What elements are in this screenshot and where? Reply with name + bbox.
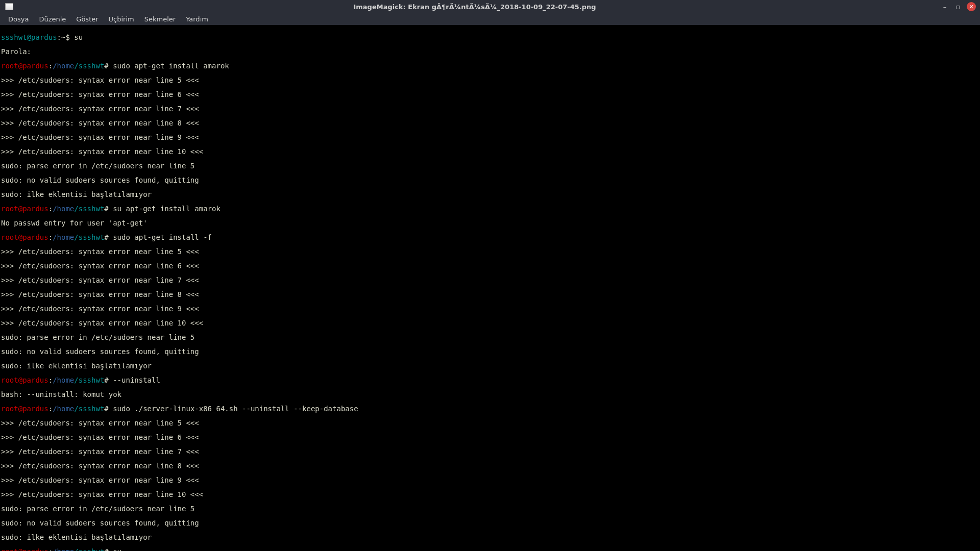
menu-edit[interactable]: Düzenle bbox=[34, 15, 71, 23]
output: >>> /etc/sudoers: syntax error near line… bbox=[1, 91, 979, 98]
output: >>> /etc/sudoers: syntax error near line… bbox=[1, 319, 979, 327]
root-prompt: root@pardus bbox=[1, 62, 48, 70]
command: su apt-get install amarok bbox=[113, 205, 220, 213]
output: >>> /etc/sudoers: syntax error near line… bbox=[1, 105, 979, 112]
minimize-button[interactable]: – bbox=[940, 2, 949, 11]
output: sudo: parse error in /etc/sudoers near l… bbox=[1, 334, 979, 341]
command: sudo ./server-linux-x86_64.sh --uninstal… bbox=[113, 405, 358, 413]
output: sudo: no valid sudoers sources found, qu… bbox=[1, 519, 979, 527]
command: --uninstall bbox=[113, 376, 160, 384]
output: sudo: ilke eklentisi başlatılamıyor bbox=[1, 191, 979, 198]
output: sudo: no valid sudoers sources found, qu… bbox=[1, 177, 979, 184]
app-icon bbox=[5, 3, 13, 10]
output: >>> /etc/sudoers: syntax error near line… bbox=[1, 419, 979, 427]
menu-tabs[interactable]: Sekmeler bbox=[139, 15, 181, 23]
output: sudo: parse error in /etc/sudoers near l… bbox=[1, 505, 979, 512]
close-button[interactable]: ✕ bbox=[967, 2, 976, 11]
output: >>> /etc/sudoers: syntax error near line… bbox=[1, 462, 979, 469]
command: su bbox=[113, 547, 121, 551]
menu-terminal[interactable]: Uçbirim bbox=[104, 15, 139, 23]
window-controls: – ▫ ✕ bbox=[936, 2, 976, 11]
output: >>> /etc/sudoers: syntax error near line… bbox=[1, 77, 979, 84]
output: >>> /etc/sudoers: syntax error near line… bbox=[1, 277, 979, 284]
menu-file[interactable]: Dosya bbox=[3, 15, 34, 23]
output: >>> /etc/sudoers: syntax error near line… bbox=[1, 134, 979, 141]
output: Parola: bbox=[1, 48, 979, 55]
command: su bbox=[74, 33, 83, 41]
output: >>> /etc/sudoers: syntax error near line… bbox=[1, 305, 979, 312]
maximize-button[interactable]: ▫ bbox=[953, 2, 963, 11]
command: sudo apt-get install amarok bbox=[113, 62, 229, 70]
output: >>> /etc/sudoers: syntax error near line… bbox=[1, 262, 979, 269]
output: >>> /etc/sudoers: syntax error near line… bbox=[1, 448, 979, 455]
menubar: Dosya Düzenle Göster Uçbirim Sekmeler Ya… bbox=[0, 13, 980, 26]
terminal[interactable]: ssshwt@pardus:~$ su Parola: root@pardus:… bbox=[0, 26, 980, 551]
output: No passwd entry for user 'apt-get' bbox=[1, 219, 979, 227]
output: sudo: no valid sudoers sources found, qu… bbox=[1, 348, 979, 355]
command: sudo apt-get install -f bbox=[113, 233, 212, 241]
output: >>> /etc/sudoers: syntax error near line… bbox=[1, 477, 979, 484]
menu-view[interactable]: Göster bbox=[71, 15, 103, 23]
window-title: ImageMagick: Ekran gÃ¶rÃ¼ntÃ¼sÃ¼_2018-10… bbox=[13, 3, 936, 11]
output: sudo: ilke eklentisi başlatılamıyor bbox=[1, 534, 979, 541]
output: >>> /etc/sudoers: syntax error near line… bbox=[1, 119, 979, 127]
output: >>> /etc/sudoers: syntax error near line… bbox=[1, 434, 979, 441]
output: sudo: parse error in /etc/sudoers near l… bbox=[1, 162, 979, 169]
output: >>> /etc/sudoers: syntax error near line… bbox=[1, 248, 979, 255]
output: >>> /etc/sudoers: syntax error near line… bbox=[1, 491, 979, 498]
output: >>> /etc/sudoers: syntax error near line… bbox=[1, 291, 979, 298]
titlebar: ImageMagick: Ekran gÃ¶rÃ¼ntÃ¼sÃ¼_2018-10… bbox=[0, 0, 980, 13]
app-window: ImageMagick: Ekran gÃ¶rÃ¼ntÃ¼sÃ¼_2018-10… bbox=[0, 0, 980, 551]
output: sudo: ilke eklentisi başlatılamıyor bbox=[1, 362, 979, 369]
menu-help[interactable]: Yardım bbox=[181, 15, 213, 23]
user-prompt: ssshwt@pardus bbox=[1, 33, 57, 41]
output: bash: --uninstall: komut yok bbox=[1, 391, 979, 398]
output: >>> /etc/sudoers: syntax error near line… bbox=[1, 148, 979, 155]
